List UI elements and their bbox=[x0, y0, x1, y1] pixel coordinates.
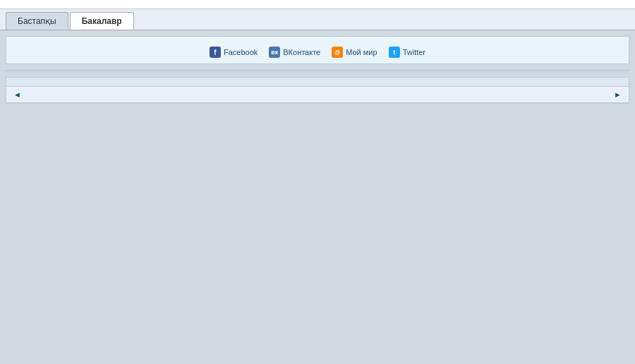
semester-nav bbox=[6, 87, 629, 103]
fb-icon: f bbox=[210, 47, 221, 58]
social-links: fFacebookвкВКонтакте@Мой мирtTwitter bbox=[15, 47, 620, 58]
social-link-vkontakte[interactable]: вкВКонтакте bbox=[269, 47, 320, 58]
section-title bbox=[6, 78, 629, 87]
social-label-twitter: Twitter bbox=[403, 48, 425, 56]
grades-section bbox=[6, 77, 629, 104]
arrow-left-icon bbox=[13, 90, 21, 99]
prev-semester-button[interactable] bbox=[13, 90, 24, 99]
nav-tabs: БастапқыБакалавр bbox=[0, 9, 635, 30]
tab-main[interactable]: Бастапқы bbox=[6, 12, 68, 30]
vk-icon: вк bbox=[269, 47, 280, 58]
menu-section bbox=[6, 70, 629, 71]
tw-icon: t bbox=[389, 47, 400, 58]
social-link-facebook[interactable]: fFacebook bbox=[210, 47, 258, 58]
next-semester-button[interactable] bbox=[611, 90, 622, 99]
social-label-vkontakte: ВКонтакте bbox=[283, 48, 320, 56]
arrow-right-icon bbox=[614, 90, 622, 99]
social-label-facebook: Facebook bbox=[224, 48, 258, 56]
social-link-moi-mir[interactable]: @Мой мир bbox=[332, 47, 377, 58]
tab-bachelor[interactable]: Бакалавр bbox=[70, 12, 134, 30]
header bbox=[0, 0, 635, 9]
mm-icon: @ bbox=[332, 47, 343, 58]
social-link-twitter[interactable]: tTwitter bbox=[389, 47, 425, 58]
social-label-moi-mir: Мой мир bbox=[346, 48, 377, 56]
announcement: fFacebookвкВКонтакте@Мой мирtTwitter bbox=[6, 36, 629, 64]
